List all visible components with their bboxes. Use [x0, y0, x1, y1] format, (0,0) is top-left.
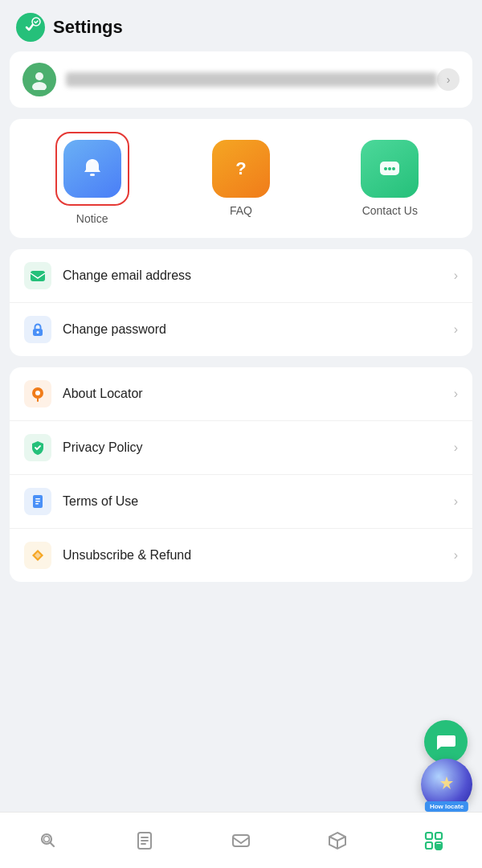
document-icon-wrap: [24, 488, 51, 515]
svg-point-13: [37, 331, 39, 334]
location-icon-wrap: [24, 380, 51, 407]
svg-rect-31: [426, 842, 432, 849]
faq-label: FAQ: [230, 204, 252, 217]
page-title: Settings: [53, 17, 123, 38]
chevron-icon: ›: [454, 440, 458, 455]
chevron-icon: ›: [454, 387, 458, 401]
svg-point-3: [32, 82, 47, 90]
unsubscribe-label: Unsubscribe & Refund: [63, 548, 454, 563]
shield-icon-wrap: [24, 434, 51, 461]
change-password-label: Change password: [63, 322, 454, 337]
list-item-change-email[interactable]: Change email address ›: [10, 249, 472, 303]
svg-point-22: [44, 836, 50, 841]
change-email-label: Change email address: [63, 268, 454, 283]
contact-label: Contact Us: [362, 204, 418, 217]
list-item-change-password[interactable]: Change password ›: [10, 303, 472, 356]
notice-highlight-border: [55, 132, 129, 206]
terms-of-use-label: Terms of Use: [63, 494, 454, 509]
notes-nav-icon: [133, 829, 156, 852]
nav-item-apps[interactable]: [410, 829, 458, 852]
quick-actions-row: Notice ? FAQ Contact Us: [18, 132, 464, 225]
header: Settings: [0, 0, 482, 51]
nav-item-notes[interactable]: [120, 829, 169, 852]
notice-label: Notice: [76, 212, 108, 225]
profile-avatar: [22, 63, 56, 96]
svg-rect-17: [35, 498, 40, 500]
nav-item-search[interactable]: [24, 829, 72, 852]
privacy-policy-label: Privacy Policy: [63, 440, 454, 455]
svg-point-9: [388, 167, 391, 170]
chevron-icon: ›: [454, 322, 458, 337]
svg-rect-29: [426, 833, 432, 839]
contact-icon-wrap: [361, 140, 419, 198]
svg-rect-27: [233, 835, 249, 846]
list-item-unsubscribe[interactable]: Unsubscribe & Refund ›: [10, 529, 472, 582]
chevron-icon: ›: [454, 548, 458, 563]
chevron-icon: ›: [454, 494, 458, 509]
svg-point-5: [91, 159, 94, 162]
fab-chat-button[interactable]: [424, 720, 468, 764]
svg-rect-19: [35, 503, 39, 505]
svg-point-10: [392, 167, 395, 170]
profile-name-blurred: [66, 72, 437, 87]
faq-icon-wrap: ?: [212, 140, 270, 198]
info-list-card: About Locator › Privacy Policy › Terms o…: [10, 367, 472, 582]
list-item-about-locator[interactable]: About Locator ›: [10, 367, 472, 421]
apps-nav-icon: [423, 829, 445, 852]
quick-item-notice[interactable]: Notice: [18, 132, 166, 225]
profile-chevron-icon: ›: [437, 68, 460, 91]
quick-actions-card: Notice ? FAQ Contact Us: [10, 119, 472, 238]
search-nav-icon: [37, 829, 59, 852]
svg-point-8: [384, 167, 387, 170]
svg-point-15: [35, 391, 40, 395]
nav-item-mail[interactable]: [217, 829, 265, 852]
diamond-icon-wrap: [24, 542, 51, 569]
mail-nav-icon: [230, 829, 252, 852]
notice-icon-wrap: [63, 140, 121, 198]
bottom-navigation: [0, 812, 482, 868]
list-item-terms-of-use[interactable]: Terms of Use ›: [10, 475, 472, 529]
howlocate-badge: How locate: [425, 801, 468, 812]
lock-icon-wrap: [24, 316, 51, 343]
chevron-icon: ›: [454, 268, 458, 283]
about-locator-label: About Locator: [63, 387, 454, 401]
email-icon-wrap: [24, 262, 51, 289]
fab-howlocate-button[interactable]: How locate: [421, 759, 472, 810]
list-item-privacy-policy[interactable]: Privacy Policy ›: [10, 421, 472, 475]
profile-row[interactable]: ›: [10, 51, 472, 108]
nav-item-box[interactable]: [313, 829, 362, 852]
quick-item-contact[interactable]: Contact Us: [316, 140, 464, 217]
svg-text:?: ?: [235, 158, 246, 178]
svg-rect-18: [35, 501, 40, 502]
svg-rect-4: [90, 174, 95, 176]
svg-rect-30: [435, 833, 442, 839]
settings-check-icon: [16, 13, 45, 42]
quick-item-faq[interactable]: ? FAQ: [166, 140, 315, 217]
svg-point-2: [35, 72, 43, 80]
svg-rect-11: [31, 271, 45, 281]
account-list-card: Change email address › Change password ›: [10, 249, 472, 356]
box-nav-icon: [326, 829, 349, 852]
